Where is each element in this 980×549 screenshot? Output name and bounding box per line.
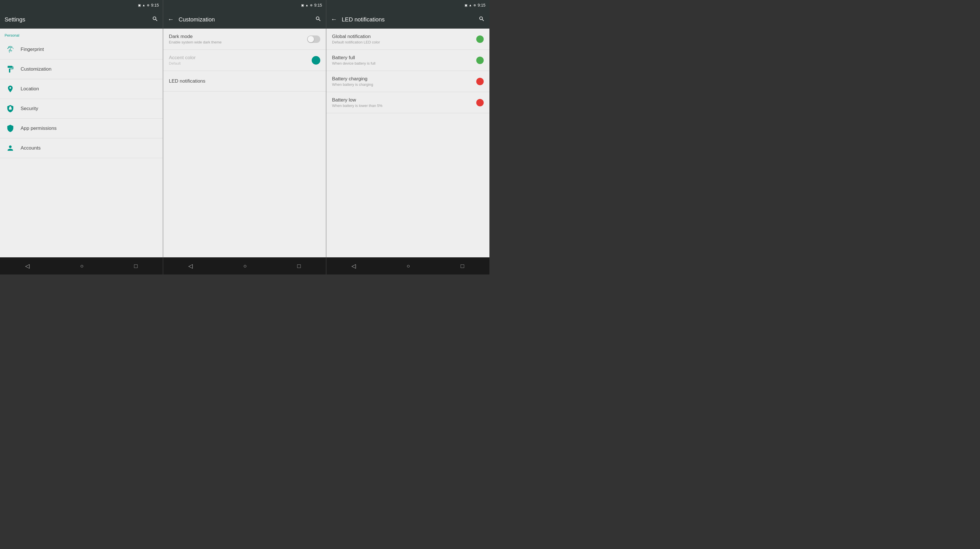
customization-title: Customization (178, 16, 312, 23)
security-icon (6, 105, 14, 113)
settings-item-security[interactable]: Security (0, 99, 163, 119)
led-notifications-info: LED notifications (169, 78, 320, 84)
led-notifications-item[interactable]: LED notifications (163, 71, 326, 92)
customization-icon-container (5, 63, 16, 75)
accent-color-title: Accent color (169, 55, 312, 60)
customization-back-btn[interactable]: ← (168, 16, 174, 23)
status-bar-led: ▣ ▲ ⊕ 9:15 (326, 0, 489, 10)
led-back-nav-btn[interactable]: ◁ (345, 260, 363, 271)
battery-full-item[interactable]: Battery full When device battery is full (326, 50, 489, 71)
status-icons-led: ▣ ▲ ⊕ (465, 3, 476, 7)
global-notification-info: Global notification Default notification… (332, 34, 476, 44)
battery-charging-subtitle: When battery is charging (332, 83, 476, 87)
led-navbar: ◁ ○ □ (326, 257, 489, 274)
led-content: Global notification Default notification… (326, 29, 489, 257)
status-icons-customization: ▣ ▲ ⊕ (301, 3, 313, 7)
status-time-customization: 9:15 (314, 3, 322, 8)
accent-color-info: Accent color Default (169, 55, 312, 65)
account-icon (6, 144, 14, 152)
customization-recents-btn[interactable]: □ (291, 260, 308, 271)
led-notifications-title: LED notifications (169, 78, 320, 84)
battery-full-dot (476, 57, 484, 64)
global-notification-title: Global notification (332, 34, 476, 40)
battery-icon-3: ⊕ (473, 3, 476, 7)
accounts-label: Accounts (21, 145, 41, 151)
dark-mode-toggle-knob (308, 36, 314, 42)
battery-full-subtitle: When device battery is full (332, 61, 476, 65)
global-notification-subtitle: Default notification LED color (332, 40, 476, 44)
shield-icon (6, 124, 14, 132)
customization-label: Customization (21, 66, 51, 72)
battery-low-info: Battery low When battery is lower than 5… (332, 97, 476, 108)
settings-back-btn[interactable]: ◁ (18, 260, 37, 271)
status-time-led: 9:15 (478, 3, 485, 8)
location-icon (6, 85, 14, 93)
location-icon-container (5, 83, 16, 95)
led-back-btn[interactable]: ← (331, 16, 337, 23)
accent-color-dot (312, 56, 320, 65)
battery-full-title: Battery full (332, 55, 476, 60)
accent-color-subtitle: Default (169, 61, 312, 65)
settings-item-app-permissions[interactable]: App permissions (0, 119, 163, 138)
global-notification-dot (476, 35, 484, 43)
settings-search-icon[interactable] (152, 16, 158, 24)
battery-low-item[interactable]: Battery low When battery is lower than 5… (326, 92, 489, 113)
led-home-btn[interactable]: ○ (399, 260, 417, 271)
signal-icon-3: ▲ (469, 3, 472, 7)
customization-back-nav-btn[interactable]: ◁ (181, 260, 199, 271)
settings-title: Settings (5, 16, 148, 23)
customization-search-icon[interactable] (315, 16, 321, 24)
vibrate-icon-3: ▣ (465, 3, 468, 7)
settings-panel: ▣ ▲ ⊕ 9:15 Settings Personal Fingerprint (0, 0, 163, 274)
settings-home-btn[interactable]: ○ (73, 260, 91, 271)
settings-content: Personal Fingerprint Customization (0, 29, 163, 257)
led-panel: ▣ ▲ ⊕ 9:15 ← LED notifications Global no… (326, 0, 489, 274)
battery-charging-dot (476, 78, 484, 85)
settings-appbar: Settings (0, 10, 163, 29)
global-notification-item[interactable]: Global notification Default notification… (326, 29, 489, 50)
dark-mode-title: Dark mode (169, 34, 307, 40)
accent-color-item[interactable]: Accent color Default (163, 50, 326, 71)
led-recents-btn[interactable]: □ (453, 260, 471, 271)
led-search-icon[interactable] (479, 16, 485, 24)
status-bar-settings: ▣ ▲ ⊕ 9:15 (0, 0, 163, 10)
fingerprint-label: Fingerprint (21, 47, 44, 52)
security-label: Security (21, 106, 38, 111)
settings-item-location[interactable]: Location (0, 79, 163, 99)
customization-appbar: ← Customization (163, 10, 326, 29)
accounts-icon-container (5, 143, 16, 154)
dark-mode-toggle[interactable] (307, 35, 320, 43)
battery-low-subtitle: When battery is lower than 5% (332, 103, 476, 108)
battery-icon-2: ⊕ (310, 3, 313, 7)
status-bar-customization: ▣ ▲ ⊕ 9:15 (163, 0, 326, 10)
app-permissions-label: App permissions (21, 125, 57, 131)
customization-home-btn[interactable]: ○ (236, 260, 254, 271)
fingerprint-icon-container (5, 44, 16, 55)
signal-icon: ▲ (142, 3, 145, 7)
settings-recents-btn[interactable]: □ (127, 260, 145, 271)
battery-charging-item[interactable]: Battery charging When battery is chargin… (326, 71, 489, 92)
dark-mode-item[interactable]: Dark mode Enable system wide dark theme (163, 29, 326, 50)
settings-navbar: ◁ ○ □ (0, 257, 163, 274)
settings-item-accounts[interactable]: Accounts (0, 138, 163, 158)
security-icon-container (5, 103, 16, 114)
settings-item-fingerprint[interactable]: Fingerprint (0, 40, 163, 59)
status-time-settings: 9:15 (151, 3, 159, 8)
led-title: LED notifications (342, 16, 475, 23)
customization-content: Dark mode Enable system wide dark theme … (163, 29, 326, 257)
vibrate-icon: ▣ (138, 3, 141, 7)
customization-panel: ▣ ▲ ⊕ 9:15 ← Customization Dark mode Ena… (163, 0, 326, 274)
status-icons-settings: ▣ ▲ ⊕ (138, 3, 150, 7)
dark-mode-info: Dark mode Enable system wide dark theme (169, 34, 307, 44)
battery-low-title: Battery low (332, 97, 476, 103)
settings-item-customization[interactable]: Customization (0, 59, 163, 79)
battery-icon: ⊕ (147, 3, 150, 7)
customization-navbar: ◁ ○ □ (163, 257, 326, 274)
battery-full-info: Battery full When device battery is full (332, 55, 476, 65)
vibrate-icon-2: ▣ (301, 3, 304, 7)
battery-low-dot (476, 99, 484, 106)
led-appbar: ← LED notifications (326, 10, 489, 29)
section-personal: Personal (0, 29, 163, 40)
battery-charging-title: Battery charging (332, 76, 476, 82)
location-label: Location (21, 86, 39, 92)
